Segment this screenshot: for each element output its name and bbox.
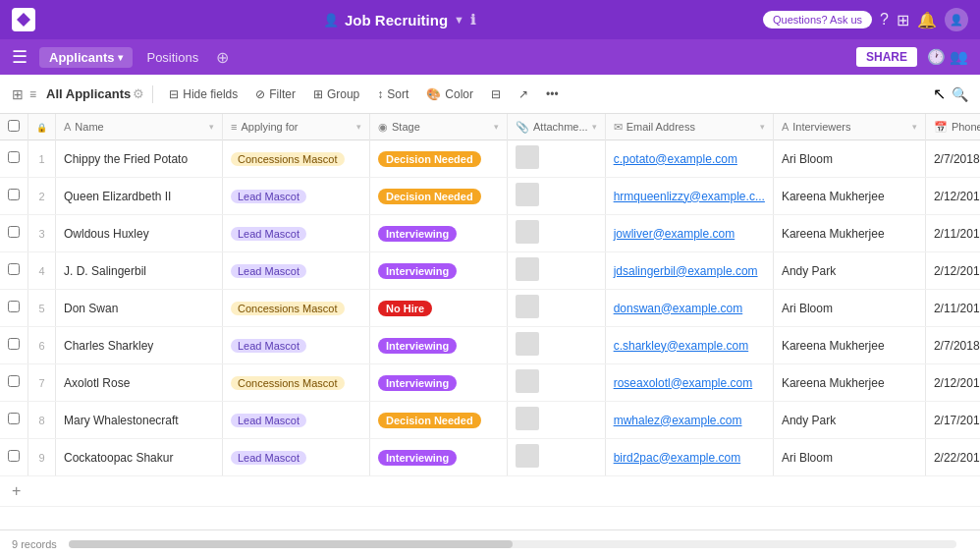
table-row[interactable]: 1Chippy the Fried PotatoConcessions Masc… xyxy=(0,140,980,178)
notify-icon[interactable]: 👥 xyxy=(950,48,968,66)
row-applying[interactable]: Concessions Mascot xyxy=(223,364,370,402)
table-row[interactable]: 7Axolotl RoseConcessions MascotInterview… xyxy=(0,364,980,402)
user-avatar[interactable]: 👤 xyxy=(945,8,968,31)
row-email[interactable]: hrmqueenlizzy@example.c... xyxy=(605,178,773,215)
attach-header[interactable]: 📎 Attachme... ▾ xyxy=(508,114,606,140)
workspace-title[interactable]: Job Recruiting xyxy=(345,12,448,28)
row-email[interactable]: c.potato@example.com xyxy=(605,140,773,178)
row-checkbox[interactable] xyxy=(8,413,20,424)
row-checkbox[interactable] xyxy=(8,375,20,387)
row-email[interactable]: jowliver@example.com xyxy=(605,215,773,252)
row-name[interactable]: Queen Elizardbeth II xyxy=(56,178,223,215)
row-interviewers[interactable]: Kareena Mukherjee xyxy=(773,327,925,364)
positions-tab[interactable]: Positions xyxy=(136,47,208,68)
help-icon[interactable]: ? xyxy=(880,11,889,28)
row-interviewers[interactable]: Kareena Mukherjee xyxy=(773,215,925,252)
table-row[interactable]: 8Mary WhalestonecraftLead MascotDecision… xyxy=(0,402,980,439)
row-name[interactable]: Chippy the Fried Potato xyxy=(56,140,223,178)
row-applying[interactable]: Concessions Mascot xyxy=(223,290,370,327)
row-name[interactable]: Charles Sharkley xyxy=(56,327,223,364)
row-phone-date[interactable]: 2/7/2018 xyxy=(925,140,980,178)
row-applying[interactable]: Concessions Mascot xyxy=(223,140,370,178)
row-stage[interactable]: Interviewing xyxy=(370,252,508,290)
row-stage[interactable]: Interviewing xyxy=(370,439,508,476)
row-stage[interactable]: Interviewing xyxy=(370,364,508,402)
select-all-checkbox[interactable] xyxy=(8,120,20,132)
row-attachment[interactable] xyxy=(508,215,606,252)
row-applying[interactable]: Lead Mascot xyxy=(223,252,370,290)
share-button[interactable]: SHARE xyxy=(856,47,917,67)
row-name[interactable]: Mary Whalestonecraft xyxy=(56,402,223,439)
hamburger-menu[interactable]: ☰ xyxy=(12,46,27,68)
row-email[interactable]: c.sharkley@example.com xyxy=(605,327,773,364)
stage-header[interactable]: ◉ Stage ▾ xyxy=(370,114,508,140)
table-row[interactable]: 3Owldous HuxleyLead MascotInterviewingjo… xyxy=(0,215,980,252)
row-name[interactable]: Axolotl Rose xyxy=(56,364,223,402)
row-name[interactable]: Don Swan xyxy=(56,290,223,327)
filter-button[interactable]: ⊘ Filter xyxy=(247,84,303,104)
applying-header[interactable]: ≡ Applying for ▾ xyxy=(223,114,370,140)
table-row[interactable]: 4J. D. SalingerbilLead MascotInterviewin… xyxy=(0,252,980,290)
ask-us-button[interactable]: Questions? Ask us xyxy=(763,11,872,28)
row-applying[interactable]: Lead Mascot xyxy=(223,215,370,252)
add-row[interactable]: + xyxy=(0,476,980,507)
expand-button[interactable]: ↗ xyxy=(511,84,536,104)
row-applying[interactable]: Lead Mascot xyxy=(223,402,370,439)
row-attachment[interactable] xyxy=(508,290,606,327)
row-stage[interactable]: Decision Needed xyxy=(370,178,508,215)
group-button[interactable]: ⊞ Group xyxy=(305,84,367,104)
email-link[interactable]: hrmqueenlizzy@example.c... xyxy=(614,190,765,203)
row-interviewers[interactable]: Kareena Mukherjee xyxy=(773,178,925,215)
row-stage[interactable]: Interviewing xyxy=(370,327,508,364)
row-checkbox[interactable] xyxy=(8,301,20,312)
name-header[interactable]: A Name ▾ xyxy=(56,114,223,140)
email-link[interactable]: c.sharkley@example.com xyxy=(614,339,749,353)
row-phone-date[interactable]: 2/11/2018 xyxy=(925,290,980,327)
row-checkbox[interactable] xyxy=(8,226,20,238)
row-checkbox[interactable] xyxy=(8,450,20,462)
row-checkbox[interactable] xyxy=(8,263,20,275)
email-link[interactable]: c.potato@example.com xyxy=(614,152,737,166)
row-attachment[interactable] xyxy=(508,252,606,290)
list-view-icon[interactable]: ≡ xyxy=(29,87,36,101)
row-phone-date[interactable]: 2/17/2018 xyxy=(925,402,980,439)
row-name[interactable]: Owldous Huxley xyxy=(56,215,223,252)
row-name[interactable]: Cockatoopac Shakur xyxy=(56,439,223,476)
row-attachment[interactable] xyxy=(508,178,606,215)
row-phone-date[interactable]: 2/12/2018 xyxy=(925,252,980,290)
table-row[interactable]: 9Cockatoopac ShakurLead MascotInterviewi… xyxy=(0,439,980,476)
sort-button[interactable]: ↕ Sort xyxy=(369,84,416,104)
more-button[interactable]: ••• xyxy=(538,84,567,104)
row-email[interactable]: donswan@example.com xyxy=(605,290,773,327)
row-phone-date[interactable]: 2/12/2018 xyxy=(925,178,980,215)
bell-icon[interactable]: 🔔 xyxy=(917,11,937,29)
row-stage[interactable]: Interviewing xyxy=(370,215,508,252)
email-link[interactable]: roseaxolotl@example.com xyxy=(614,376,753,390)
app-logo[interactable] xyxy=(12,8,35,31)
row-interviewers[interactable]: Ari Bloom xyxy=(773,439,925,476)
row-attachment[interactable] xyxy=(508,140,606,178)
email-link[interactable]: donswan@example.com xyxy=(614,302,743,315)
row-stage[interactable]: Decision Needed xyxy=(370,402,508,439)
table-row[interactable]: 2Queen Elizardbeth IILead MascotDecision… xyxy=(0,178,980,215)
interviewers-header[interactable]: A Interviewers ▾ xyxy=(773,114,925,140)
row-email[interactable]: roseaxolotl@example.com xyxy=(605,364,773,402)
row-interviewers[interactable]: Kareena Mukherjee xyxy=(773,364,925,402)
row-phone-date[interactable]: 2/22/2018 xyxy=(925,439,980,476)
history-icon[interactable]: 🕐 xyxy=(927,48,946,66)
table-container[interactable]: 🔒 A Name ▾ ≡ Applying for ▾ xyxy=(0,114,980,529)
row-stage[interactable]: No Hire xyxy=(370,290,508,327)
search-icon[interactable]: 🔍 xyxy=(952,86,968,102)
add-row-button[interactable]: + xyxy=(0,476,980,507)
email-link[interactable]: mwhalez@example.com xyxy=(614,414,742,427)
row-phone-date[interactable]: 2/11/2018 xyxy=(925,215,980,252)
row-attachment[interactable] xyxy=(508,364,606,402)
phone-date-header[interactable]: 📅 Phone Screen Date ▾ xyxy=(925,114,980,140)
row-checkbox[interactable] xyxy=(8,189,20,200)
email-header[interactable]: ✉ Email Address ▾ xyxy=(605,114,773,140)
grid-view-icon[interactable]: ⊞ xyxy=(12,86,24,102)
email-link[interactable]: bird2pac@example.com xyxy=(614,451,741,465)
row-attachment[interactable] xyxy=(508,402,606,439)
hide-fields-button[interactable]: ⊟ Hide fields xyxy=(161,84,245,104)
color-button[interactable]: 🎨 Color xyxy=(418,84,481,104)
